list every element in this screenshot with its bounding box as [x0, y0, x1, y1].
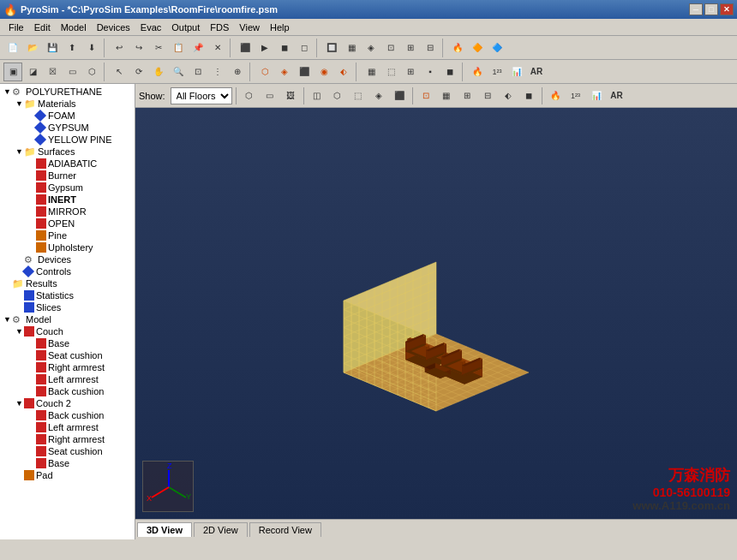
tree-item[interactable]: ▼📁Surfaces — [0, 146, 135, 158]
paste-button[interactable]: 📌 — [189, 39, 207, 57]
menu-item-edit[interactable]: Edit — [29, 21, 56, 34]
view-btn6[interactable]: ⬚ — [349, 86, 368, 105]
delete-button[interactable]: ✕ — [208, 39, 227, 57]
menu-item-help[interactable]: Help — [265, 21, 295, 34]
view-btn9[interactable]: ⊡ — [416, 86, 435, 105]
view-btn8[interactable]: ⬛ — [390, 86, 409, 105]
pan-tool[interactable]: ✋ — [149, 63, 168, 81]
view-btn7[interactable]: ◈ — [369, 86, 388, 105]
tb2-btn26[interactable]: AR — [527, 63, 546, 81]
view-btn11[interactable]: ⊞ — [458, 86, 476, 105]
maximize-button[interactable]: □ — [704, 3, 718, 15]
tree-item[interactable]: GYPSUM — [0, 122, 135, 134]
tree-item[interactable]: Base — [0, 337, 135, 349]
undo-button[interactable]: ↩ — [110, 39, 129, 57]
stop-button[interactable]: ⬛ — [236, 39, 255, 57]
orbit-tool[interactable]: ⟳ — [129, 63, 148, 81]
tb2-btn11[interactable]: ⋮ — [208, 63, 227, 81]
view-btn18[interactable]: AR — [608, 86, 626, 105]
tb-btn18[interactable]: ◈ — [362, 39, 380, 57]
tb2-btn20[interactable]: ⊞ — [401, 63, 420, 81]
tree-item[interactable]: Right armrest — [0, 361, 135, 373]
tree-item[interactable]: ▼📁Materials — [0, 98, 135, 110]
zoom-tool[interactable]: 🔍 — [169, 63, 188, 81]
tree-item[interactable]: YELLOW PINE — [0, 134, 135, 146]
view-btn1[interactable]: ⬡ — [240, 86, 259, 105]
tb2-btn14[interactable]: ◈ — [275, 63, 294, 81]
tree-item[interactable]: Left armrest — [0, 373, 135, 385]
tb2-btn18[interactable]: ▦ — [362, 63, 380, 81]
tb-btn21[interactable]: ⊟ — [421, 39, 440, 57]
menu-item-output[interactable]: Output — [166, 21, 205, 34]
tb2-btn25[interactable]: 📊 — [507, 63, 526, 81]
menu-item-fds[interactable]: FDS — [205, 21, 234, 34]
tb-btn19[interactable]: ⊡ — [381, 39, 400, 57]
tb2-btn13[interactable]: ⬡ — [255, 63, 274, 81]
menu-item-model[interactable]: Model — [56, 21, 92, 34]
menu-item-evac[interactable]: Evac — [135, 21, 166, 34]
new-button[interactable]: 📄 — [3, 39, 22, 57]
tree-item[interactable]: FOAM — [0, 110, 135, 122]
tb-btn16[interactable]: 🔲 — [322, 39, 341, 57]
tree-item[interactable]: Pine — [0, 229, 135, 241]
select-tool[interactable]: ↖ — [110, 63, 129, 81]
tb2-btn2[interactable]: ◪ — [23, 63, 42, 81]
tree-item[interactable]: ▼⚙POLYURETHANE — [0, 86, 135, 98]
tb2-btn16[interactable]: ◉ — [315, 63, 333, 81]
menu-item-file[interactable]: File — [3, 21, 29, 34]
tb-btn4[interactable]: ⬆ — [63, 39, 81, 57]
tree-item[interactable]: Upholstery — [0, 241, 135, 253]
view-btn4[interactable]: ◫ — [308, 86, 327, 105]
menu-item-view[interactable]: View — [234, 21, 265, 34]
tb2-btn4[interactable]: ▭ — [63, 63, 81, 81]
tree-item[interactable]: Burner — [0, 170, 135, 182]
zoom-fit[interactable]: ⊡ — [189, 63, 207, 81]
tree-item[interactable]: Slices — [0, 301, 135, 313]
minimize-button[interactable]: ─ — [689, 3, 703, 15]
tb2-btn24[interactable]: 1²³ — [488, 63, 506, 81]
tree-item[interactable]: Back cushion — [0, 385, 135, 397]
tree-item[interactable]: Left armrest — [0, 421, 135, 433]
tree-item[interactable]: Seat cushion — [0, 349, 135, 361]
view-btn5[interactable]: ⬡ — [328, 86, 347, 105]
tree-item[interactable]: ▼⚙Model — [0, 313, 135, 325]
view-btn15[interactable]: 🔥 — [546, 86, 565, 105]
tree-item[interactable]: Controls — [0, 265, 135, 277]
tb2-btn23[interactable]: 🔥 — [468, 63, 487, 81]
tb-btn14[interactable]: ◼ — [275, 39, 294, 57]
tree-item[interactable]: ADIABATIC — [0, 158, 135, 170]
tb2-btn22[interactable]: ◼ — [440, 63, 459, 81]
tb2-btn19[interactable]: ⬚ — [381, 63, 400, 81]
fire-btn3[interactable]: 🔷 — [488, 39, 506, 57]
close-button[interactable]: ✕ — [720, 3, 734, 15]
tb2-btn5[interactable]: ⬡ — [82, 63, 101, 81]
tree-item[interactable]: Base — [0, 457, 135, 469]
redo-button[interactable]: ↪ — [129, 39, 148, 57]
view-btn10[interactable]: ▦ — [437, 86, 456, 105]
tree-item[interactable]: ⚙Devices — [0, 253, 135, 265]
tree-item[interactable]: ▼Couch 2 — [0, 397, 135, 409]
tb-btn15[interactable]: ◻ — [295, 39, 314, 57]
tb-btn13[interactable]: ▶ — [255, 39, 274, 57]
tab-record-view[interactable]: Record View — [249, 522, 321, 537]
view-btn12[interactable]: ⊟ — [478, 86, 497, 105]
copy-button[interactable]: 📋 — [169, 39, 188, 57]
tab-2d-view[interactable]: 2D View — [194, 522, 248, 537]
menu-item-devices[interactable]: Devices — [92, 21, 135, 34]
tb2-btn15[interactable]: ⬛ — [295, 63, 314, 81]
tree-item[interactable]: Pad — [0, 469, 135, 481]
tree-item[interactable]: Right armrest — [0, 433, 135, 445]
tree-item[interactable]: Gypsum — [0, 182, 135, 194]
tb-btn5[interactable]: ⬇ — [82, 39, 101, 57]
tree-item[interactable]: ▼Couch — [0, 325, 135, 337]
tree-item[interactable]: 📁Results — [0, 277, 135, 289]
cut-button[interactable]: ✂ — [149, 39, 168, 57]
tree-item[interactable]: INERT — [0, 194, 135, 206]
view-btn2[interactable]: ▭ — [261, 86, 279, 105]
view-btn16[interactable]: 1²³ — [566, 86, 585, 105]
tree-item[interactable]: MIRROR — [0, 206, 135, 217]
view-btn3[interactable]: 🖼 — [281, 86, 300, 105]
view-btn14[interactable]: ◼ — [519, 86, 538, 105]
view-btn17[interactable]: 📊 — [587, 86, 606, 105]
tb2-btn3[interactable]: ☒ — [43, 63, 62, 81]
